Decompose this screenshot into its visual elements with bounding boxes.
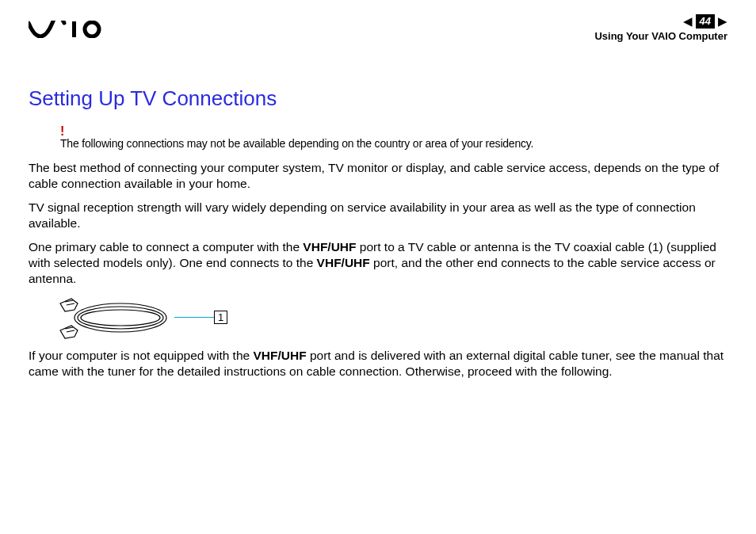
callout-leader-line	[174, 317, 214, 318]
para4-part-a: If your computer is not equipped with th…	[29, 349, 253, 362]
page-content: Setting Up TV Connections ! The followin…	[29, 86, 727, 380]
vaio-logo-svg	[29, 21, 117, 38]
alert-text: The following connections may not be ava…	[60, 137, 533, 150]
page-root: ◀ 44 ▶ Using Your VAIO Computer Setting …	[0, 0, 756, 534]
para4-bold-1: VHF/UHF	[253, 349, 306, 362]
body-paragraph-1: The best method of connecting your compu…	[29, 160, 727, 192]
alert-icon: !	[60, 125, 727, 138]
vaio-logo	[29, 21, 117, 41]
body-paragraph-4: If your computer is not equipped with th…	[29, 348, 727, 380]
body-paragraph-3: One primary cable to connect a computer …	[29, 239, 727, 287]
page-heading: Setting Up TV Connections	[29, 86, 727, 111]
cable-figure: 1	[57, 296, 727, 340]
page-nav-controls: ◀ 44 ▶	[594, 14, 727, 29]
svg-rect-0	[72, 21, 76, 37]
svg-point-1	[85, 22, 99, 36]
coax-cable-icon	[57, 296, 176, 340]
page-number: 44	[696, 14, 715, 29]
figure-callout-1: 1	[214, 311, 227, 325]
header-nav: ◀ 44 ▶ Using Your VAIO Computer	[594, 14, 727, 42]
svg-point-2	[74, 303, 166, 332]
para3-bold-2: VHF/UHF	[317, 256, 370, 269]
page-header: ◀ 44 ▶ Using Your VAIO Computer	[29, 14, 727, 42]
para3-bold-1: VHF/UHF	[303, 240, 356, 254]
svg-point-4	[81, 310, 160, 326]
alert-note: ! The following connections may not be a…	[60, 125, 727, 151]
next-page-arrow-icon[interactable]: ▶	[718, 15, 727, 27]
para3-part-a: One primary cable to connect a computer …	[29, 240, 303, 254]
prev-page-arrow-icon[interactable]: ◀	[683, 15, 693, 27]
section-title: Using Your VAIO Computer	[594, 30, 727, 42]
body-paragraph-2: TV signal reception strength will vary w…	[29, 200, 727, 231]
